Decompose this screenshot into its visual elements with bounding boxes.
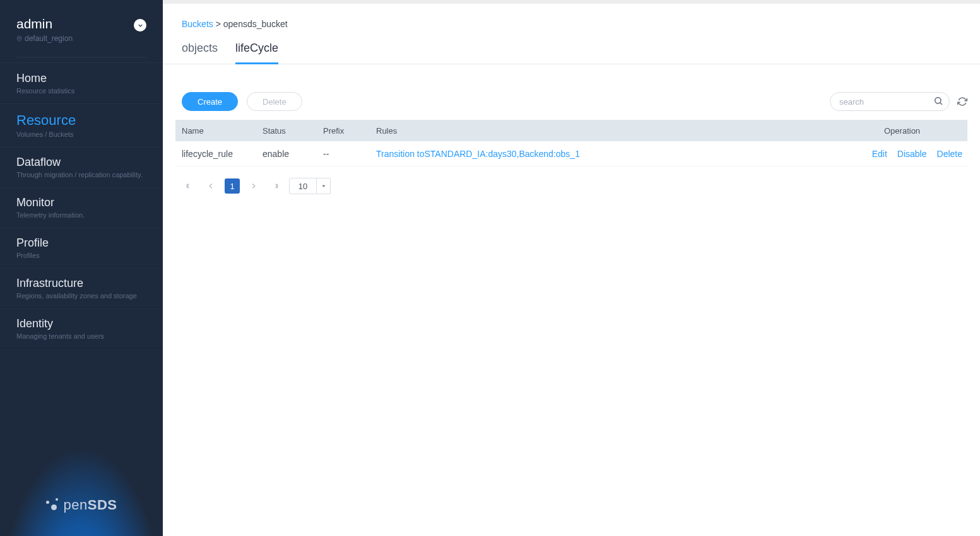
sidebar-item-home[interactable]: Home Resource statistics <box>0 62 163 103</box>
logo-icon <box>46 498 60 512</box>
sidebar-user[interactable]: admin default_region <box>0 0 163 52</box>
brand-logo: penSDS <box>46 497 117 513</box>
page-size: 10 <box>289 178 331 194</box>
user-region-label: default_region <box>25 34 73 43</box>
search-wrap <box>830 92 950 111</box>
create-button[interactable]: Create <box>182 92 238 111</box>
nav-sub: Managing tenants and users <box>16 332 146 340</box>
sidebar-nav: Home Resource statistics Resource Volume… <box>0 62 163 348</box>
breadcrumb-current: opensds_bucket <box>223 19 288 29</box>
tab-lifecycle[interactable]: lifeCycle <box>235 42 278 64</box>
edit-link[interactable]: Edit <box>872 149 887 159</box>
tabs: objects lifeCycle <box>163 29 980 64</box>
location-pin-icon <box>16 35 22 42</box>
chevron-down-icon[interactable] <box>134 19 146 32</box>
nav-title: Resource <box>16 112 146 129</box>
nav-sub: Through migration / replication capabili… <box>16 171 146 178</box>
sidebar-item-monitor[interactable]: Monitor Telemetry information. <box>0 187 163 227</box>
table-row[interactable]: lifecycle_rule enable -- Transition toST… <box>175 141 967 166</box>
col-name[interactable]: Name <box>175 126 257 136</box>
page-last-icon[interactable] <box>268 178 283 194</box>
logo-strong: SDS <box>88 497 117 513</box>
cell-status: enable <box>257 149 318 159</box>
logo-prefix: pen <box>64 497 88 513</box>
nav-sub: Volumes / Buckets <box>16 131 146 138</box>
delete-button[interactable]: Delete <box>247 92 302 111</box>
sidebar-item-identity[interactable]: Identity Managing tenants and users <box>0 308 163 348</box>
breadcrumb-sep: > <box>216 19 221 29</box>
nav-title: Home <box>16 72 146 85</box>
svg-line-2 <box>940 103 942 105</box>
nav-title: Profile <box>16 236 146 250</box>
table-header: Name Status Prefix Rules Operation <box>175 120 967 141</box>
page-prev-icon[interactable] <box>203 178 218 194</box>
sidebar-item-resource[interactable]: Resource Volumes / Buckets <box>0 103 163 146</box>
pagination: 1 10 <box>163 166 980 206</box>
tab-objects[interactable]: objects <box>182 42 218 64</box>
user-region: default_region <box>16 34 73 43</box>
nav-title: Infrastructure <box>16 277 146 290</box>
page-next-icon[interactable] <box>246 178 261 194</box>
svg-marker-5 <box>322 185 325 187</box>
refresh-icon[interactable] <box>957 96 967 107</box>
nav-title: Dataflow <box>16 156 146 169</box>
col-operation[interactable]: Operation <box>879 126 967 136</box>
col-prefix[interactable]: Prefix <box>318 126 371 136</box>
search-input[interactable] <box>830 92 950 111</box>
col-status[interactable]: Status <box>257 126 318 136</box>
sidebar-item-dataflow[interactable]: Dataflow Through migration / replication… <box>0 146 163 187</box>
delete-link[interactable]: Delete <box>937 149 962 159</box>
cell-rules: Transition toSTANDARD_IA:days30,Backend:… <box>371 149 879 159</box>
breadcrumb-root[interactable]: Buckets <box>182 19 213 29</box>
page-size-value: 10 <box>289 178 317 194</box>
sidebar-item-infrastructure[interactable]: Infrastructure Regions, availability zon… <box>0 267 163 308</box>
user-name: admin <box>16 16 73 32</box>
svg-point-0 <box>18 37 20 38</box>
page-size-dropdown[interactable] <box>317 178 331 194</box>
svg-point-1 <box>935 98 941 103</box>
search-icon[interactable] <box>933 96 943 106</box>
sidebar: admin default_region Home Resource stati… <box>0 0 163 536</box>
col-rules[interactable]: Rules <box>371 126 879 136</box>
cell-name: lifecycle_rule <box>175 149 257 159</box>
cell-operation: Edit Disable Delete <box>879 149 967 159</box>
nav-sub: Resource statistics <box>16 87 146 95</box>
sidebar-footer: penSDS <box>0 448 163 536</box>
nav-title: Identity <box>16 317 146 330</box>
divider <box>16 57 146 57</box>
disable-link[interactable]: Disable <box>897 149 927 159</box>
toolbar: Create Delete <box>163 64 980 120</box>
nav-sub: Profiles <box>16 252 146 259</box>
main-panel: Buckets > opensds_bucket objects lifeCyc… <box>163 0 980 536</box>
breadcrumb: Buckets > opensds_bucket <box>163 4 980 29</box>
sidebar-item-profile[interactable]: Profile Profiles <box>0 227 163 267</box>
lifecycle-table: Name Status Prefix Rules Operation lifec… <box>175 120 967 166</box>
nav-sub: Telemetry information. <box>16 211 146 219</box>
page-first-icon[interactable] <box>182 178 197 194</box>
page-current[interactable]: 1 <box>225 178 240 194</box>
nav-sub: Regions, availability zones and storage <box>16 292 146 300</box>
cell-prefix: -- <box>318 149 371 159</box>
nav-title: Monitor <box>16 196 146 209</box>
